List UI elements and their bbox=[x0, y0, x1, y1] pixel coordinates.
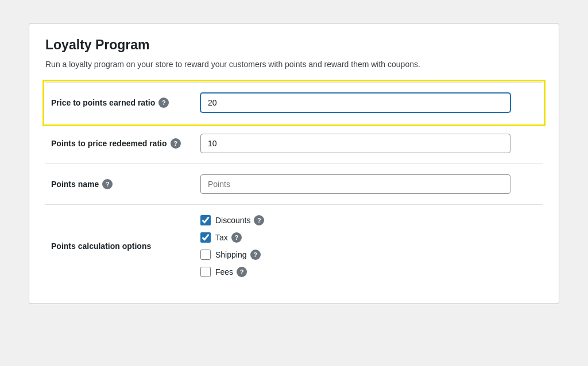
price-to-points-label: Price to points earned ratio bbox=[51, 98, 155, 107]
page-description: Run a loyalty program on your store to r… bbox=[45, 59, 543, 71]
discounts-item: Discounts ? bbox=[200, 215, 537, 225]
fees-item: Fees ? bbox=[200, 267, 537, 277]
label-with-help-3: Points name ? bbox=[51, 179, 189, 189]
tax-checkbox[interactable] bbox=[200, 232, 211, 243]
price-to-points-input[interactable] bbox=[200, 93, 510, 112]
points-calc-input-cell: Discounts ? Tax ? bbox=[195, 205, 543, 288]
shipping-checkbox[interactable] bbox=[200, 250, 211, 260]
shipping-text: Shipping bbox=[215, 250, 247, 259]
fees-checkbox[interactable] bbox=[200, 267, 211, 277]
points-name-row: Points name ? bbox=[45, 164, 543, 205]
price-to-points-help-icon[interactable]: ? bbox=[158, 98, 169, 108]
tax-help-icon[interactable]: ? bbox=[231, 232, 242, 243]
discounts-help-icon[interactable]: ? bbox=[254, 215, 264, 225]
tax-item: Tax ? bbox=[200, 232, 537, 243]
points-name-input-cell bbox=[195, 164, 543, 205]
shipping-help-icon[interactable]: ? bbox=[250, 250, 261, 260]
points-calc-label-cell: Points calculation options bbox=[45, 205, 195, 288]
points-to-price-input-cell bbox=[195, 123, 543, 164]
points-calc-row: Points calculation options Discounts ? bbox=[45, 205, 543, 288]
points-to-price-help-icon[interactable]: ? bbox=[171, 138, 181, 149]
points-name-input[interactable] bbox=[200, 174, 510, 194]
checkbox-group: Discounts ? Tax ? bbox=[200, 215, 537, 277]
shipping-item: Shipping ? bbox=[200, 250, 537, 260]
discounts-text: Discounts bbox=[215, 216, 250, 225]
discounts-label[interactable]: Discounts ? bbox=[215, 215, 264, 225]
label-with-help: Price to points earned ratio ? bbox=[51, 98, 189, 108]
price-to-points-row: Price to points earned ratio ? bbox=[45, 83, 543, 123]
fees-text: Fees bbox=[215, 267, 233, 277]
page-container: Loyalty Program Run a loyalty program on… bbox=[11, 11, 577, 316]
discounts-checkbox[interactable] bbox=[200, 215, 211, 225]
points-to-price-row: Points to price redeemed ratio ? bbox=[45, 123, 543, 164]
points-to-price-label: Points to price redeemed ratio bbox=[51, 139, 167, 148]
page-title: Loyalty Program bbox=[45, 37, 543, 53]
price-to-points-label-cell: Price to points earned ratio ? bbox=[45, 83, 195, 123]
fees-help-icon[interactable]: ? bbox=[237, 267, 247, 277]
fees-label[interactable]: Fees ? bbox=[215, 267, 247, 277]
tax-label[interactable]: Tax ? bbox=[215, 232, 242, 243]
points-to-price-label-cell: Points to price redeemed ratio ? bbox=[45, 123, 195, 164]
tax-text: Tax bbox=[215, 233, 228, 242]
points-name-label: Points name bbox=[51, 180, 99, 189]
shipping-label[interactable]: Shipping ? bbox=[215, 250, 261, 260]
points-to-price-input[interactable] bbox=[200, 134, 510, 153]
label-with-help-2: Points to price redeemed ratio ? bbox=[51, 138, 189, 149]
price-to-points-input-cell bbox=[195, 83, 543, 123]
points-name-help-icon[interactable]: ? bbox=[102, 179, 113, 189]
points-name-label-cell: Points name ? bbox=[45, 164, 195, 205]
form-table: Price to points earned ratio ? Points to… bbox=[45, 82, 543, 287]
points-calc-label: Points calculation options bbox=[51, 242, 151, 251]
settings-card: Loyalty Program Run a loyalty program on… bbox=[29, 23, 559, 304]
